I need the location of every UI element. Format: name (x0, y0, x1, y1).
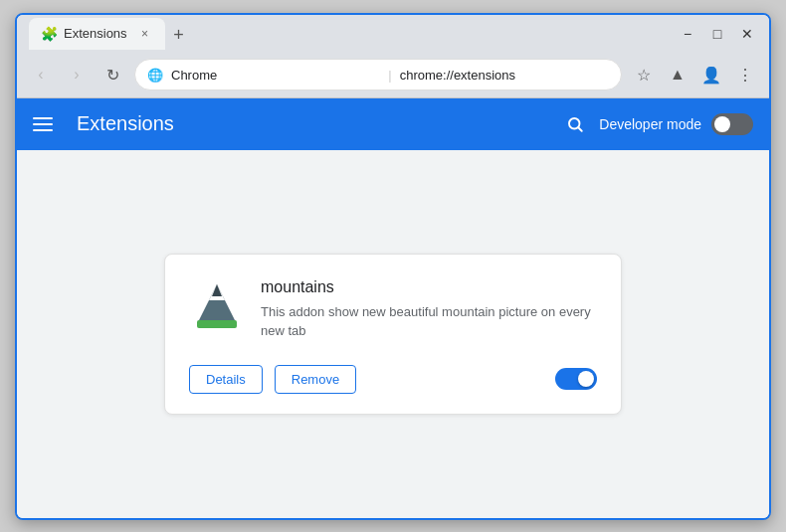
search-button[interactable] (559, 108, 591, 140)
extensions-header: Extensions Developer mode (17, 98, 769, 150)
address-domain: Chrome (171, 68, 380, 83)
bookmark-button[interactable]: ☆ (630, 61, 658, 89)
svg-rect-5 (197, 320, 237, 328)
details-button[interactable]: Details (189, 365, 263, 394)
tab-bar: 🧩 Extensions × + (25, 18, 668, 50)
minimize-button[interactable]: − (674, 20, 701, 48)
extension-icon (189, 278, 245, 334)
remove-button[interactable]: Remove (275, 365, 356, 394)
profile-button[interactable]: 👤 (697, 61, 725, 89)
hamburger-line-1 (33, 117, 53, 119)
developer-mode-label: Developer mode (599, 116, 701, 132)
extension-enable-toggle[interactable] (555, 368, 597, 390)
maximize-button[interactable]: □ (703, 20, 731, 48)
extension-card-header: mountains This addon show new beautiful … (189, 278, 597, 341)
menu-button[interactable]: ⋮ (731, 61, 759, 89)
back-button[interactable]: ‹ (27, 61, 55, 89)
close-button[interactable]: ✕ (733, 20, 761, 48)
tab-close-button[interactable]: × (137, 26, 153, 42)
address-separator: | (388, 68, 391, 83)
tab-icon: 🧩 (41, 26, 58, 42)
browser-window: 🧩 Extensions × + − □ ✕ ‹ › ↻ 🌐 Chrome | … (15, 13, 771, 520)
toolbar-icons: ☆ ▲ 👤 ⋮ (630, 61, 759, 89)
hamburger-menu-button[interactable] (33, 108, 65, 140)
ext-toggle-track (555, 368, 597, 390)
extension-info: mountains This addon show new beautiful … (261, 278, 597, 341)
omnibar: ‹ › ↻ 🌐 Chrome | chrome://extensions ☆ ▲… (17, 53, 769, 98)
address-path: chrome://extensions (400, 68, 609, 83)
extension-name: mountains (261, 278, 597, 296)
extension-card: mountains This addon show new beautiful … (164, 254, 622, 415)
svg-line-1 (579, 127, 582, 130)
forward-button[interactable]: › (63, 61, 91, 89)
window-controls: − □ ✕ (674, 20, 761, 48)
new-tab-button[interactable]: + (165, 22, 193, 50)
extensions-page-title: Extensions (77, 112, 559, 135)
extensions-button[interactable]: ▲ (664, 61, 691, 89)
reload-button[interactable]: ↻ (98, 61, 126, 89)
hamburger-line-2 (33, 123, 53, 125)
secure-icon: 🌐 (147, 68, 163, 83)
title-bar: 🧩 Extensions × + − □ ✕ (17, 15, 769, 53)
page-content: 🔍 RISK.COM (17, 150, 769, 518)
toggle-track (711, 113, 753, 135)
active-tab[interactable]: 🧩 Extensions × (29, 18, 165, 50)
ext-toggle-thumb (578, 371, 594, 387)
hamburger-line-3 (33, 129, 53, 131)
address-bar[interactable]: 🌐 Chrome | chrome://extensions (134, 59, 622, 90)
developer-mode-toggle[interactable] (711, 113, 753, 135)
toggle-thumb (714, 116, 730, 132)
extension-description: This addon show new beautiful mountain p… (261, 302, 597, 341)
tab-title: Extensions (64, 26, 127, 41)
extension-actions: Details Remove (189, 365, 555, 394)
extension-card-footer: Details Remove (189, 365, 597, 394)
